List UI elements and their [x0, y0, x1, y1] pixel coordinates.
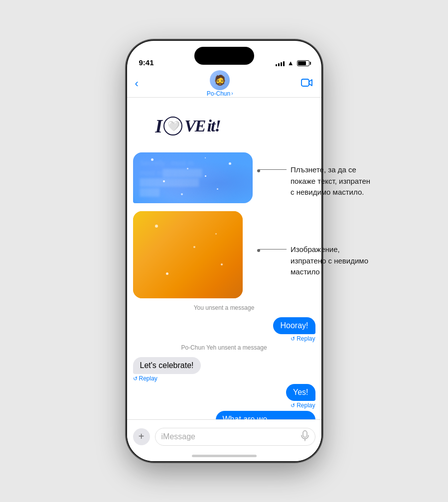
- annotation-1: Плъзнете, за да се покаже текст, изпрате…: [259, 164, 375, 198]
- sticker-love-text: 🤍: [163, 117, 182, 135]
- signal-bar-3: [281, 62, 282, 66]
- dynamic-island: [194, 47, 254, 65]
- lets-celebrate-message: Let's celebrate! ↺ Replay: [133, 357, 315, 382]
- svg-rect-1: [303, 431, 307, 437]
- mic-icon[interactable]: [301, 430, 309, 443]
- img-sparkle: [221, 263, 223, 265]
- add-button[interactable]: +: [133, 428, 150, 445]
- replay-icon: ↺: [291, 336, 295, 342]
- annotation-text-1: Плъзнете, за да се покаже текст, изпрате…: [291, 164, 375, 198]
- sticker-it-text: it!: [207, 117, 220, 135]
- svg-rect-0: [301, 79, 309, 86]
- battery-fill: [298, 61, 306, 65]
- unsent-label-1: You unsent a message: [133, 304, 315, 311]
- yes-message: Yes! ↺ Replay: [133, 384, 315, 409]
- nav-header: ‹ 🧔 Po-Chun ›: [127, 70, 321, 98]
- replay-label: Replay: [297, 335, 315, 342]
- unsent-label-2: Po-Chun Yeh unsent a message: [133, 344, 315, 351]
- invisible-text-content: Secretly : most m most m████████ ███████…: [140, 158, 246, 197]
- annotation-line-1: [259, 169, 287, 170]
- replay-icon-2: ↺: [133, 376, 138, 382]
- annotation-2: Изображение, изпратено с невидимо мастил…: [259, 244, 375, 278]
- status-icons: ▲: [276, 59, 309, 67]
- annotation-line-2: [259, 249, 287, 250]
- annotation-dot-1: [257, 169, 260, 172]
- hooray-bubble: Hooray!: [273, 317, 315, 334]
- invisible-ink-image[interactable]: [133, 211, 243, 298]
- yes-bubble: Yes!: [286, 384, 315, 401]
- wifi-icon: ▲: [288, 59, 294, 67]
- replay-icon-3: ↺: [291, 402, 295, 409]
- avatar: 🧔: [210, 70, 230, 90]
- back-chevron-icon: ‹: [135, 78, 139, 89]
- contact-name: Po-Chun ›: [207, 90, 233, 97]
- lets-celebrate-bubble: Let's celebrate!: [133, 357, 201, 374]
- replay-label-2: Replay: [139, 375, 157, 382]
- sticker-area: I 🤍 VE it!: [133, 104, 315, 148]
- invisible-ink-text-bubble[interactable]: Secretly : most m most m████████ ███████…: [133, 152, 253, 203]
- replay-label-3: Replay: [297, 402, 315, 409]
- battery-icon: [297, 60, 309, 66]
- signal-bar-2: [278, 63, 280, 66]
- hooray-message: Hooray! ↺ Replay: [133, 317, 315, 342]
- hooray-replay-button[interactable]: ↺ Replay: [291, 335, 315, 342]
- yes-replay-button[interactable]: ↺ Replay: [291, 402, 315, 409]
- sticker-ve-text: VE: [184, 117, 205, 135]
- img-sparkle: [215, 233, 217, 235]
- signal-bar-1: [276, 64, 277, 66]
- contact-center[interactable]: 🧔 Po-Chun ›: [207, 70, 233, 97]
- sticker-image: I 🤍 VE it!: [133, 104, 243, 148]
- celebrate-replay-button[interactable]: ↺ Replay: [133, 375, 157, 382]
- input-placeholder: iMessage: [161, 432, 195, 441]
- img-sparkle: [166, 272, 168, 275]
- img-sparkle: [155, 225, 158, 228]
- status-time: 9:41: [139, 58, 154, 67]
- imessage-input[interactable]: iMessage: [155, 428, 315, 446]
- plus-icon: +: [139, 431, 145, 442]
- signal-bar-4: [283, 61, 285, 66]
- home-indicator: [192, 455, 257, 457]
- celebrating-message: What are we celebrating?: [133, 411, 315, 419]
- img-sparkle: [193, 246, 195, 248]
- phone-wrapper: 9:41 ▲ ‹ 🧔 Po-: [0, 0, 448, 502]
- back-button[interactable]: ‹: [135, 78, 139, 89]
- celebrating-bubble: What are we celebrating?: [216, 411, 315, 419]
- video-call-button[interactable]: [301, 77, 313, 90]
- image-sparkles: [133, 211, 243, 298]
- sticker-i-text: I: [155, 115, 161, 137]
- signal-bars-icon: [276, 60, 285, 66]
- annotation-text-2: Изображение, изпратено с невидимо мастил…: [291, 244, 375, 278]
- annotation-dot-2: [257, 249, 260, 252]
- chevron-icon: ›: [231, 91, 233, 96]
